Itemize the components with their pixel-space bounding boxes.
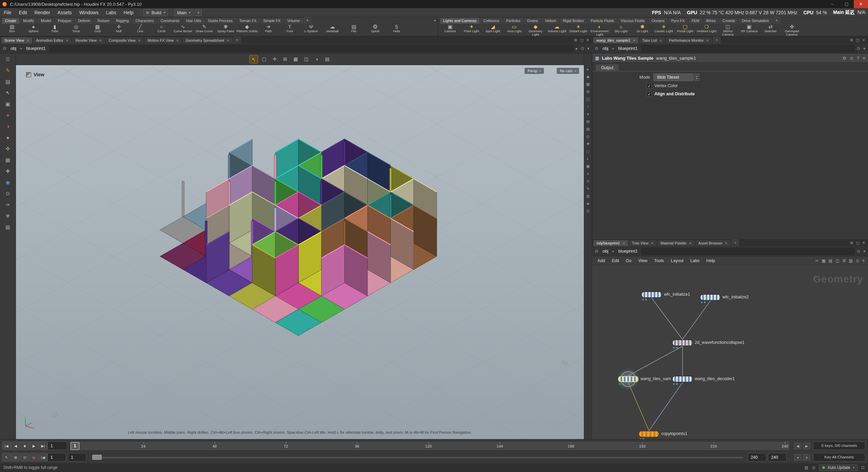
shelf-lights-tab-collisions[interactable]: Collisions <box>480 18 502 24</box>
params-pane-tab-take-list[interactable]: Take List✕ <box>639 37 665 43</box>
network-menu-edit[interactable]: Edit <box>608 258 623 263</box>
snap-grid-icon[interactable]: ⊞ <box>281 55 290 63</box>
shelf-lights-add-tab-button[interactable]: ＋ <box>773 17 781 24</box>
select-box-icon[interactable]: ▢ <box>260 55 269 63</box>
mode-stepper[interactable]: ▴▾ <box>694 74 699 81</box>
pose-icon[interactable]: ✚ <box>4 168 12 175</box>
next-key-button[interactable]: ▶ <box>803 442 810 449</box>
shelf-tool-spray-paint[interactable]: ✾Spray Paint <box>215 24 236 36</box>
shelf-tab-texture[interactable]: Texture <box>94 18 112 24</box>
minimize-button[interactable]: ─ <box>825 0 840 8</box>
path-input[interactable] <box>642 45 854 52</box>
range-start-field[interactable]: 1 <box>47 453 66 461</box>
gear-icon[interactable]: ⚙ <box>843 56 847 61</box>
close-tab-icon[interactable]: ✕ <box>66 39 68 42</box>
shelf-lights-tool-gi-light[interactable]: ✺GI Light <box>632 24 653 36</box>
pink-ball-icon[interactable]: ● <box>4 134 12 141</box>
shelf-tab-volume[interactable]: Volume <box>284 18 303 24</box>
chevron-down-icon[interactable]: ▾ <box>434 19 436 22</box>
shelf-lights-tab-drive-simulation[interactable]: Drive Simulation <box>739 18 772 24</box>
range-slider-handle[interactable] <box>92 455 102 460</box>
pane-tab-animation-editor[interactable]: Animation Editor✕ <box>33 37 72 43</box>
shelf-lights-tool-stereo-camera[interactable]: ◫Stereo Camera <box>717 24 738 36</box>
shelf-tool-file[interactable]: ▤File <box>343 24 364 36</box>
search-icon[interactable]: ⊙ <box>850 56 853 61</box>
shelf-tool-torus[interactable]: ◎Torus <box>65 24 87 36</box>
select-arrow-icon[interactable]: ↖ <box>4 89 12 97</box>
menu-help[interactable]: Help <box>120 10 137 15</box>
color-palette-icon[interactable]: ▧ <box>849 258 853 263</box>
add-radial-menu-button[interactable]: ＋ <box>195 9 202 16</box>
shelf-lights-tab-wires[interactable]: Wires <box>703 18 719 24</box>
stop-button[interactable]: ■ <box>20 441 29 450</box>
node-copytopoints1[interactable] <box>639 431 659 437</box>
shelf-tab-model[interactable]: Model <box>38 18 54 24</box>
close-tab-icon[interactable]: ✕ <box>176 39 179 42</box>
desktop-selector[interactable]: ⊞ Build ▾ <box>143 9 169 16</box>
menu-assets[interactable]: Assets <box>54 10 76 15</box>
network-pane-add-tab-button[interactable]: ＋ <box>731 239 739 246</box>
pane-control-icon[interactable]: ⊞ <box>574 38 577 42</box>
node-wfc_initialize1[interactable] <box>642 292 662 298</box>
shelf-lights-tool-spot-light[interactable]: ◢Spot Light <box>482 24 504 36</box>
pin-icon[interactable]: ⊙ <box>857 46 860 51</box>
shelf-lights-tool-portal-light[interactable]: ▢Portal Light <box>674 24 696 36</box>
close-tab-icon[interactable]: ✕ <box>633 39 635 42</box>
step-back-button[interactable]: |◀ <box>39 453 47 461</box>
shelf-lights-tab-rigid-bodies[interactable]: Rigid Bodies <box>560 18 587 24</box>
display-flag-icon[interactable] <box>673 383 675 385</box>
pane-control-icon[interactable]: ◫ <box>580 38 583 42</box>
shelf-lights-tab-crowds[interactable]: Crowds <box>719 18 738 24</box>
node-name-field[interactable]: wang_tiles_sample1 <box>656 56 840 61</box>
close-tab-icon[interactable]: ✕ <box>226 39 229 42</box>
subrange-end-field[interactable]: 240 <box>748 453 766 461</box>
shelf-lights-tab-oceans[interactable]: Oceans <box>649 18 668 24</box>
node-wang_tiles_sample1[interactable] <box>618 376 638 382</box>
display-flag-icon[interactable] <box>673 347 675 349</box>
stowbar-icon-4[interactable]: ◫ <box>586 97 590 101</box>
menu-render[interactable]: Render <box>31 10 54 15</box>
shelf-tool-null[interactable]: ✛Null <box>108 24 130 36</box>
network-menu-tools[interactable]: Tools <box>651 258 667 263</box>
display-flag-icon[interactable] <box>619 383 620 385</box>
stowbar-icon-9[interactable]: ◎ <box>586 134 590 139</box>
render-flag-icon[interactable] <box>704 301 706 303</box>
shelf-lights-tab-particle-fluids[interactable]: Particle Fluids <box>588 18 617 24</box>
close-tab-icon[interactable]: ✕ <box>659 39 662 42</box>
shelf-lights-tool-vr-camera[interactable]: ▣VR Camera <box>738 24 760 36</box>
columns-icon[interactable]: ◫ <box>835 258 839 263</box>
camera-projection-menu[interactable]: Persp▾ <box>525 68 544 74</box>
shelf-tool-helix[interactable]: §Helix <box>386 24 407 36</box>
display-flag-icon[interactable] <box>701 301 703 303</box>
close-tab-icon[interactable]: ✕ <box>725 241 728 245</box>
display-options-icon[interactable]: ▤ <box>323 55 332 63</box>
shelf-lights-tool-geometry-light[interactable]: ◆Geometry Light <box>525 24 546 36</box>
close-tab-icon[interactable]: ✕ <box>651 241 653 245</box>
shelf-tool-sphere[interactable]: ●Sphere <box>23 24 44 36</box>
shelf-tool-curve-bezier[interactable]: ∿Curve Bezier <box>172 24 194 36</box>
stowbar-icon-2[interactable]: ▦ <box>586 82 590 86</box>
shelf-tool-metaball[interactable]: ☁Metaball <box>322 24 343 36</box>
shelf-tool-tube[interactable]: ▮Tube <box>44 24 65 36</box>
edit-shelf-icon[interactable]: ✎ <box>4 67 12 74</box>
shelf-tool-box[interactable]: ▧Box <box>1 24 23 36</box>
menu-icon[interactable]: ≡ <box>862 258 865 263</box>
stowbar-icon-14[interactable]: ≡ <box>587 172 589 176</box>
network-menu-layout[interactable]: Layout <box>668 258 687 263</box>
shelf-lights-tab-lights-and-cameras[interactable]: Lights and Cameras <box>440 18 479 24</box>
handles-icon[interactable]: ✛ <box>270 55 279 63</box>
select-keys-icon[interactable]: ↖ <box>2 453 11 461</box>
shelf-lights-tool-environment-light[interactable]: ◐Environment Light <box>589 24 610 36</box>
jump-start-button[interactable]: |◀ <box>2 441 11 450</box>
viewport-canvas[interactable]: View Persp▾ No cam▾ 01 10 Left mouse tum… <box>16 65 584 439</box>
pane-control-icon[interactable]: ✕ <box>586 38 589 42</box>
checkbox-vertex-color[interactable]: ✓ <box>647 83 652 88</box>
shelf-tool-draw-curve[interactable]: ✎Draw Curve <box>194 24 215 36</box>
breadcrumb-obj[interactable]: obj <box>9 45 18 51</box>
params-pane-add-tab-button[interactable]: ＋ <box>713 36 721 43</box>
subrange-start-field[interactable]: 1 <box>68 453 86 461</box>
range-end-field[interactable]: 240 <box>768 453 787 461</box>
shelf-lights-tool-sky-light[interactable]: ☼Sky Light <box>610 24 632 36</box>
pane-tab-geometry-spreadsheet[interactable]: Geometry Spreadsheet✕ <box>182 37 232 43</box>
kinefx-icon[interactable]: ▦ <box>4 156 12 164</box>
